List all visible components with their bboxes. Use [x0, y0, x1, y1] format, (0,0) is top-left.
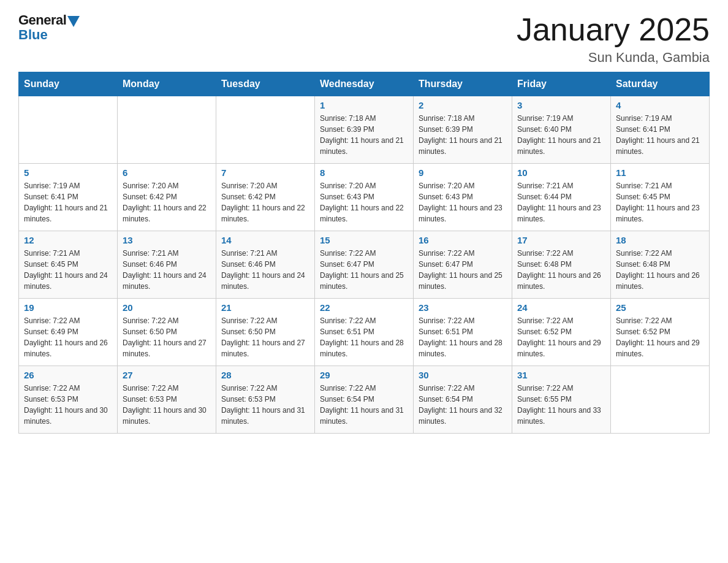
day-number: 23 — [419, 302, 507, 313]
day-info: Sunrise: 7:22 AM Sunset: 6:55 PM Dayligh… — [517, 383, 605, 427]
calendar-cell: 30Sunrise: 7:22 AM Sunset: 6:54 PM Dayli… — [414, 366, 512, 434]
day-number: 7 — [221, 167, 309, 178]
day-info: Sunrise: 7:21 AM Sunset: 6:46 PM Dayligh… — [123, 248, 211, 292]
day-info: Sunrise: 7:19 AM Sunset: 6:40 PM Dayligh… — [517, 113, 605, 157]
day-info: Sunrise: 7:21 AM Sunset: 6:45 PM Dayligh… — [616, 180, 704, 224]
day-number: 20 — [123, 302, 211, 313]
day-number: 4 — [616, 100, 704, 110]
day-number: 5 — [24, 167, 112, 178]
day-info: Sunrise: 7:22 AM Sunset: 6:47 PM Dayligh… — [320, 248, 408, 292]
calendar-week-row: 1Sunrise: 7:18 AM Sunset: 6:39 PM Daylig… — [19, 96, 710, 164]
day-info: Sunrise: 7:22 AM Sunset: 6:51 PM Dayligh… — [320, 315, 408, 359]
day-number: 28 — [221, 370, 309, 380]
day-number: 31 — [517, 370, 605, 380]
calendar-cell: 25Sunrise: 7:22 AM Sunset: 6:52 PM Dayli… — [611, 299, 710, 366]
calendar-cell: 19Sunrise: 7:22 AM Sunset: 6:49 PM Dayli… — [19, 299, 118, 366]
day-number: 12 — [24, 235, 112, 245]
day-number: 17 — [517, 235, 605, 245]
calendar-cell: 22Sunrise: 7:22 AM Sunset: 6:51 PM Dayli… — [315, 299, 414, 366]
calendar-cell: 9Sunrise: 7:20 AM Sunset: 6:43 PM Daylig… — [414, 164, 512, 231]
calendar-cell: 2Sunrise: 7:18 AM Sunset: 6:39 PM Daylig… — [414, 96, 512, 164]
calendar-cell: 17Sunrise: 7:22 AM Sunset: 6:48 PM Dayli… — [512, 231, 611, 299]
logo-general-text: General — [18, 12, 66, 28]
day-info: Sunrise: 7:20 AM Sunset: 6:43 PM Dayligh… — [419, 180, 507, 224]
calendar-week-row: 12Sunrise: 7:21 AM Sunset: 6:45 PM Dayli… — [19, 231, 710, 299]
day-number: 8 — [320, 167, 408, 178]
day-number: 13 — [123, 235, 211, 245]
day-number: 24 — [517, 302, 605, 313]
calendar-cell: 12Sunrise: 7:21 AM Sunset: 6:45 PM Dayli… — [19, 231, 118, 299]
day-number: 3 — [517, 100, 605, 110]
day-of-week-header: Tuesday — [216, 72, 315, 96]
day-of-week-header: Sunday — [19, 72, 118, 96]
logo: General Blue — [18, 12, 80, 43]
day-number: 25 — [616, 302, 704, 313]
day-info: Sunrise: 7:18 AM Sunset: 6:39 PM Dayligh… — [419, 113, 507, 157]
calendar-cell: 31Sunrise: 7:22 AM Sunset: 6:55 PM Dayli… — [512, 366, 611, 434]
day-number: 2 — [419, 100, 507, 110]
calendar-cell: 21Sunrise: 7:22 AM Sunset: 6:50 PM Dayli… — [216, 299, 315, 366]
calendar-cell: 6Sunrise: 7:20 AM Sunset: 6:42 PM Daylig… — [118, 164, 216, 231]
day-info: Sunrise: 7:20 AM Sunset: 6:43 PM Dayligh… — [320, 180, 408, 224]
page-header: General Blue January 2025 Sun Kunda, Gam… — [18, 12, 710, 66]
calendar-cell — [118, 96, 216, 164]
day-number: 29 — [320, 370, 408, 380]
day-info: Sunrise: 7:20 AM Sunset: 6:42 PM Dayligh… — [123, 180, 211, 224]
day-info: Sunrise: 7:22 AM Sunset: 6:54 PM Dayligh… — [320, 383, 408, 427]
day-number: 22 — [320, 302, 408, 313]
day-info: Sunrise: 7:22 AM Sunset: 6:51 PM Dayligh… — [419, 315, 507, 359]
calendar-week-row: 19Sunrise: 7:22 AM Sunset: 6:49 PM Dayli… — [19, 299, 710, 366]
day-info: Sunrise: 7:19 AM Sunset: 6:41 PM Dayligh… — [24, 180, 112, 224]
day-number: 21 — [221, 302, 309, 313]
title-area: January 2025 Sun Kunda, Gambia — [517, 12, 710, 66]
day-number: 1 — [320, 100, 408, 110]
day-info: Sunrise: 7:22 AM Sunset: 6:52 PM Dayligh… — [517, 315, 605, 359]
day-info: Sunrise: 7:22 AM Sunset: 6:53 PM Dayligh… — [123, 383, 211, 427]
day-number: 16 — [419, 235, 507, 245]
day-of-week-header: Wednesday — [315, 72, 414, 96]
day-info: Sunrise: 7:22 AM Sunset: 6:52 PM Dayligh… — [616, 315, 704, 359]
calendar-cell: 15Sunrise: 7:22 AM Sunset: 6:47 PM Dayli… — [315, 231, 414, 299]
calendar-cell: 28Sunrise: 7:22 AM Sunset: 6:53 PM Dayli… — [216, 366, 315, 434]
day-number: 14 — [221, 235, 309, 245]
calendar-title: January 2025 — [517, 12, 710, 47]
day-info: Sunrise: 7:22 AM Sunset: 6:49 PM Dayligh… — [24, 315, 112, 359]
day-number: 11 — [616, 167, 704, 178]
day-info: Sunrise: 7:19 AM Sunset: 6:41 PM Dayligh… — [616, 113, 704, 157]
day-of-week-header: Thursday — [414, 72, 512, 96]
calendar-cell: 4Sunrise: 7:19 AM Sunset: 6:41 PM Daylig… — [611, 96, 710, 164]
day-number: 9 — [419, 167, 507, 178]
calendar-cell: 7Sunrise: 7:20 AM Sunset: 6:42 PM Daylig… — [216, 164, 315, 231]
calendar-cell: 3Sunrise: 7:19 AM Sunset: 6:40 PM Daylig… — [512, 96, 611, 164]
days-header-row: SundayMondayTuesdayWednesdayThursdayFrid… — [19, 72, 710, 96]
calendar-cell: 29Sunrise: 7:22 AM Sunset: 6:54 PM Dayli… — [315, 366, 414, 434]
day-info: Sunrise: 7:22 AM Sunset: 6:54 PM Dayligh… — [419, 383, 507, 427]
calendar-cell: 13Sunrise: 7:21 AM Sunset: 6:46 PM Dayli… — [118, 231, 216, 299]
calendar-cell: 10Sunrise: 7:21 AM Sunset: 6:44 PM Dayli… — [512, 164, 611, 231]
day-of-week-header: Saturday — [611, 72, 710, 96]
day-info: Sunrise: 7:21 AM Sunset: 6:44 PM Dayligh… — [517, 180, 605, 224]
day-info: Sunrise: 7:21 AM Sunset: 6:46 PM Dayligh… — [221, 248, 309, 292]
day-number: 10 — [517, 167, 605, 178]
calendar-cell: 11Sunrise: 7:21 AM Sunset: 6:45 PM Dayli… — [611, 164, 710, 231]
calendar-week-row: 26Sunrise: 7:22 AM Sunset: 6:53 PM Dayli… — [19, 366, 710, 434]
calendar-cell: 8Sunrise: 7:20 AM Sunset: 6:43 PM Daylig… — [315, 164, 414, 231]
day-info: Sunrise: 7:21 AM Sunset: 6:45 PM Dayligh… — [24, 248, 112, 292]
logo-blue-text: Blue — [18, 27, 48, 43]
day-info: Sunrise: 7:22 AM Sunset: 6:50 PM Dayligh… — [221, 315, 309, 359]
day-number: 19 — [24, 302, 112, 313]
day-number: 18 — [616, 235, 704, 245]
calendar-cell: 27Sunrise: 7:22 AM Sunset: 6:53 PM Dayli… — [118, 366, 216, 434]
logo-triangle-icon — [67, 16, 80, 27]
day-number: 6 — [123, 167, 211, 178]
calendar-cell: 24Sunrise: 7:22 AM Sunset: 6:52 PM Dayli… — [512, 299, 611, 366]
calendar-cell: 1Sunrise: 7:18 AM Sunset: 6:39 PM Daylig… — [315, 96, 414, 164]
calendar-table: SundayMondayTuesdayWednesdayThursdayFrid… — [18, 72, 710, 434]
day-info: Sunrise: 7:18 AM Sunset: 6:39 PM Dayligh… — [320, 113, 408, 157]
calendar-cell: 20Sunrise: 7:22 AM Sunset: 6:50 PM Dayli… — [118, 299, 216, 366]
calendar-cell: 14Sunrise: 7:21 AM Sunset: 6:46 PM Dayli… — [216, 231, 315, 299]
day-info: Sunrise: 7:22 AM Sunset: 6:50 PM Dayligh… — [123, 315, 211, 359]
day-info: Sunrise: 7:22 AM Sunset: 6:53 PM Dayligh… — [221, 383, 309, 427]
calendar-cell: 26Sunrise: 7:22 AM Sunset: 6:53 PM Dayli… — [19, 366, 118, 434]
day-number: 15 — [320, 235, 408, 245]
